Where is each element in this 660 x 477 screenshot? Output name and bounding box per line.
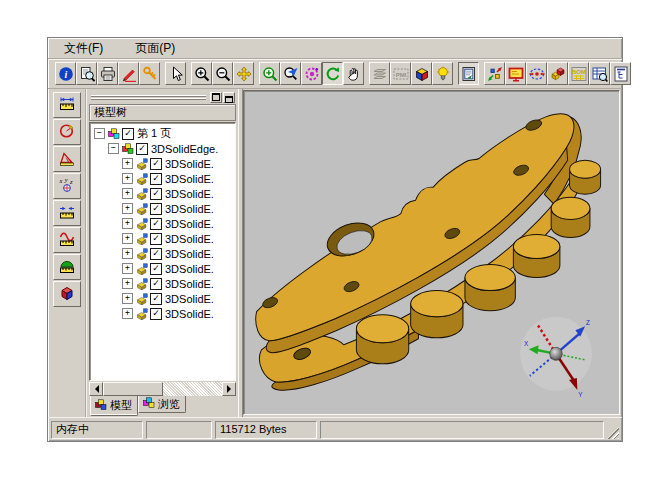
- tree-row[interactable]: +✓3DSolidE.: [90, 291, 235, 306]
- tree-node-label[interactable]: 3DSolidE.: [165, 218, 214, 230]
- permissions-button[interactable]: [139, 62, 160, 85]
- tree-row[interactable]: +✓3DSolidE.: [90, 306, 235, 321]
- redline-markup-button[interactable]: [118, 62, 139, 85]
- bom-button[interactable]: BOM: [568, 62, 589, 85]
- menu-file[interactable]: 文件(F): [60, 39, 107, 58]
- menu-page[interactable]: 页面(P): [131, 39, 179, 58]
- scrollbar-thumb[interactable]: [103, 382, 163, 396]
- tree-row[interactable]: +✓3DSolidE.: [90, 186, 235, 201]
- expand-icon[interactable]: +: [122, 263, 133, 274]
- visibility-checkbox[interactable]: ✓: [150, 203, 162, 215]
- measure-angle-button[interactable]: [53, 146, 81, 172]
- resize-grip[interactable]: [607, 427, 619, 439]
- tree-row[interactable]: +✓3DSolidE.: [90, 201, 235, 216]
- visibility-checkbox[interactable]: ✓: [150, 278, 162, 290]
- visibility-checkbox[interactable]: ✓: [150, 188, 162, 200]
- tree-node-label[interactable]: 3DSolidE.: [165, 263, 214, 275]
- visibility-checkbox[interactable]: ✓: [150, 158, 162, 170]
- panel-gripper[interactable]: [89, 90, 236, 104]
- expand-icon[interactable]: +: [122, 188, 133, 199]
- print-preview-button[interactable]: [76, 62, 97, 85]
- tree-node-label[interactable]: 3DSolidEdge.: [151, 143, 218, 155]
- visibility-checkbox[interactable]: ✓: [150, 308, 162, 320]
- expand-icon[interactable]: +: [122, 158, 133, 169]
- notebook-button[interactable]: [458, 62, 479, 85]
- tree-node-label[interactable]: 3DSolidE.: [165, 248, 214, 260]
- report-table-button[interactable]: [589, 62, 610, 85]
- pan-hand-button[interactable]: [343, 62, 364, 85]
- tree-node-label[interactable]: 3DSolidE.: [165, 278, 214, 290]
- select-button[interactable]: [165, 62, 186, 85]
- expand-icon[interactable]: +: [122, 293, 133, 304]
- orientation-indicator[interactable]: X Z Y: [520, 317, 592, 398]
- measure-coordinate-button[interactable]: xyz: [53, 173, 81, 199]
- visibility-checkbox[interactable]: ✓: [150, 263, 162, 275]
- view-cube-button[interactable]: [411, 62, 432, 85]
- tree-node-label[interactable]: 3DSolidE.: [165, 188, 214, 200]
- visibility-checkbox[interactable]: ✓: [150, 173, 162, 185]
- tree-row[interactable]: +✓3DSolidE.: [90, 156, 235, 171]
- tree-node-label[interactable]: 3DSolidE.: [165, 308, 214, 320]
- expand-icon[interactable]: +: [122, 308, 133, 319]
- expand-icon[interactable]: +: [122, 278, 133, 289]
- measure-radius-button[interactable]: [53, 119, 81, 145]
- tree-node-label[interactable]: 3DSolidE.: [165, 293, 214, 305]
- pan-button[interactable]: [233, 62, 254, 85]
- move-parts-button[interactable]: [547, 62, 568, 85]
- layers-button[interactable]: [369, 62, 390, 85]
- scroll-left-button[interactable]: [89, 382, 103, 396]
- expand-icon[interactable]: +: [122, 203, 133, 214]
- tree-row[interactable]: +✓3DSolidE.: [90, 246, 235, 261]
- tree-row[interactable]: −✓3DSolidEdge.: [90, 141, 235, 156]
- tree-node-label[interactable]: 3DSolidE.: [165, 203, 214, 215]
- tree-row[interactable]: +✓3DSolidE.: [90, 261, 235, 276]
- viewport-3d[interactable]: X Z Y: [243, 90, 620, 415]
- measure-area-button[interactable]: [53, 254, 81, 280]
- explode-button[interactable]: [484, 62, 505, 85]
- zoom-select-button[interactable]: [280, 62, 301, 85]
- tree-node-label[interactable]: 3DSolidE.: [165, 233, 214, 245]
- scroll-right-button[interactable]: [222, 382, 236, 396]
- tree-row[interactable]: +✓3DSolidE.: [90, 276, 235, 291]
- zoom-in-button[interactable]: [191, 62, 212, 85]
- visibility-checkbox[interactable]: ✓: [136, 143, 148, 155]
- expand-icon[interactable]: +: [122, 173, 133, 184]
- tab-model[interactable]: 模型: [90, 396, 138, 416]
- tree-node-label[interactable]: 3DSolidE.: [165, 173, 214, 185]
- model-tree-toggle-button[interactable]: [610, 62, 631, 85]
- collapse-icon[interactable]: −: [94, 128, 105, 139]
- expand-icon[interactable]: +: [122, 248, 133, 259]
- panel-hide-button[interactable]: [223, 92, 235, 103]
- visibility-checkbox[interactable]: ✓: [122, 128, 134, 140]
- tree-row[interactable]: −✓第 1 页: [90, 126, 235, 141]
- visibility-checkbox[interactable]: ✓: [150, 218, 162, 230]
- tree-hscrollbar[interactable]: [89, 382, 236, 396]
- rotate-view-button[interactable]: [301, 62, 322, 85]
- zoom-window-button[interactable]: [259, 62, 280, 85]
- snapshot-button[interactable]: [505, 62, 526, 85]
- measure-curve-button[interactable]: [53, 227, 81, 253]
- measure-gap-button[interactable]: [53, 200, 81, 226]
- scrollbar-track[interactable]: [103, 382, 222, 396]
- tree-node-label[interactable]: 第 1 页: [137, 126, 171, 141]
- tab-browse[interactable]: 浏览: [138, 396, 186, 413]
- tree-node-label[interactable]: 3DSolidE.: [165, 158, 214, 170]
- tree-row[interactable]: +✓3DSolidE.: [90, 216, 235, 231]
- file-info-button[interactable]: i: [55, 62, 76, 85]
- tree-row[interactable]: +✓3DSolidE.: [90, 231, 235, 246]
- tree-row[interactable]: +✓3DSolidE.: [90, 171, 235, 186]
- rotate-animation-button[interactable]: [526, 62, 547, 85]
- print-button[interactable]: [97, 62, 118, 85]
- expand-icon[interactable]: +: [122, 233, 133, 244]
- measure-volume-button[interactable]: [53, 281, 81, 307]
- lighting-button[interactable]: [432, 62, 453, 85]
- visibility-checkbox[interactable]: ✓: [150, 233, 162, 245]
- expand-icon[interactable]: +: [122, 218, 133, 229]
- visibility-checkbox[interactable]: ✓: [150, 248, 162, 260]
- zoom-out-button[interactable]: [212, 62, 233, 85]
- measure-distance-button[interactable]: [53, 92, 81, 118]
- collapse-icon[interactable]: −: [108, 143, 119, 154]
- visibility-checkbox[interactable]: ✓: [150, 293, 162, 305]
- refresh-view-button[interactable]: [322, 62, 343, 85]
- pmi-button[interactable]: PMI: [390, 62, 411, 85]
